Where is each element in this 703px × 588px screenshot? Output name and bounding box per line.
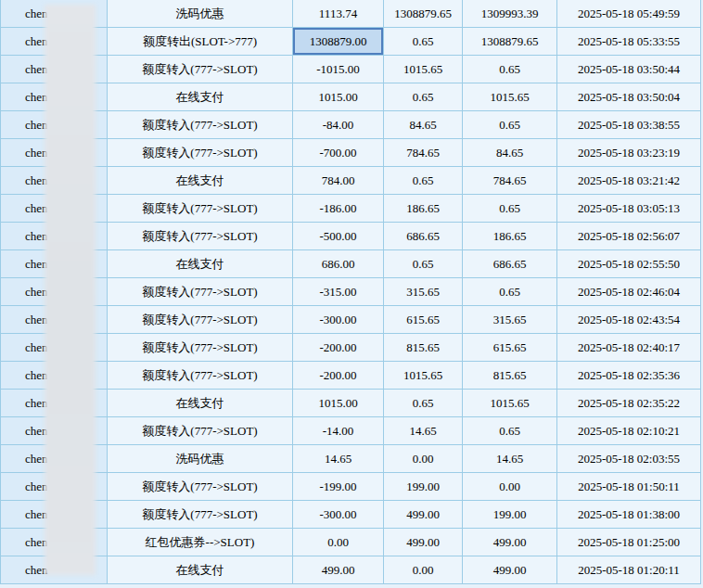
transaction-type-cell[interactable]: 红包优惠券-->SLOT)	[108, 529, 293, 556]
username-cell[interactable]: chen	[1, 0, 108, 28]
transaction-type-cell[interactable]: 额度转入(777->SLOT)	[108, 223, 293, 250]
username-cell[interactable]: chen	[1, 250, 108, 278]
balance-after-cell[interactable]: 1015.65	[463, 390, 557, 417]
balance-after-cell[interactable]: 14.65	[463, 445, 557, 473]
amount-cell[interactable]: 784.00	[293, 167, 384, 195]
balance-before-cell[interactable]: 14.65	[384, 417, 463, 445]
balance-before-cell[interactable]: 0.65	[384, 390, 463, 417]
timestamp-cell[interactable]: 2025-05-18 01:20:11	[557, 556, 701, 584]
balance-after-cell[interactable]: 0.65	[463, 56, 557, 83]
balance-before-cell[interactable]: 615.65	[384, 306, 463, 334]
username-cell[interactable]: chen	[1, 390, 108, 417]
username-cell[interactable]: chen	[1, 139, 108, 167]
transaction-type-cell[interactable]: 额度转入(777->SLOT)	[108, 139, 293, 167]
balance-before-cell[interactable]: 315.65	[384, 278, 463, 306]
amount-cell[interactable]: -300.00	[293, 501, 384, 529]
balance-before-cell[interactable]: 0.65	[384, 83, 463, 111]
username-cell[interactable]: chen	[1, 278, 108, 306]
balance-before-cell[interactable]: 0.65	[384, 250, 463, 278]
transaction-type-cell[interactable]: 在线支付	[108, 83, 293, 111]
balance-before-cell[interactable]: 1308879.65	[384, 0, 463, 28]
amount-cell[interactable]: -200.00	[293, 362, 384, 390]
balance-after-cell[interactable]: 1015.65	[463, 83, 557, 111]
transaction-type-cell[interactable]: 额度转入(777->SLOT)	[108, 501, 293, 529]
transaction-type-cell[interactable]: 额度转入(777->SLOT)	[108, 111, 293, 139]
balance-after-cell[interactable]: 1308879.65	[463, 28, 557, 56]
amount-cell[interactable]: -315.00	[293, 278, 384, 306]
timestamp-cell[interactable]: 2025-05-18 03:38:55	[557, 111, 701, 139]
balance-after-cell[interactable]: 0.65	[463, 278, 557, 306]
timestamp-cell[interactable]: 2025-05-18 03:23:19	[557, 139, 701, 167]
transaction-type-cell[interactable]: 额度转入(777->SLOT)	[108, 306, 293, 334]
username-cell[interactable]: chen	[1, 167, 108, 195]
balance-before-cell[interactable]: 499.00	[384, 529, 463, 556]
balance-after-cell[interactable]: 499.00	[463, 529, 557, 556]
amount-cell[interactable]: 14.65	[293, 445, 384, 473]
balance-before-cell[interactable]: 0.65	[384, 167, 463, 195]
amount-cell[interactable]: 1113.74	[293, 0, 384, 28]
balance-after-cell[interactable]: 686.65	[463, 250, 557, 278]
balance-after-cell[interactable]: 784.65	[463, 167, 557, 195]
username-cell[interactable]: chen	[1, 556, 108, 584]
timestamp-cell[interactable]: 2025-05-18 03:50:44	[557, 56, 701, 83]
transaction-type-cell[interactable]: 额度转入(777->SLOT)	[108, 362, 293, 390]
timestamp-cell[interactable]: 2025-05-18 03:21:42	[557, 167, 701, 195]
transaction-type-cell[interactable]: 额度转入(777->SLOT)	[108, 56, 293, 83]
balance-after-cell[interactable]: 615.65	[463, 334, 557, 362]
balance-before-cell[interactable]: 784.65	[384, 139, 463, 167]
balance-before-cell[interactable]: 686.65	[384, 223, 463, 250]
transaction-type-cell[interactable]: 额度转入(777->SLOT)	[108, 417, 293, 445]
balance-after-cell[interactable]: 0.00	[463, 473, 557, 501]
timestamp-cell[interactable]: 2025-05-18 02:03:55	[557, 445, 701, 473]
amount-cell[interactable]: 1308879.00	[293, 28, 384, 56]
username-cell[interactable]: chen	[1, 501, 108, 529]
username-cell[interactable]: chen	[1, 28, 108, 56]
timestamp-cell[interactable]: 2025-05-18 01:50:11	[557, 473, 701, 501]
timestamp-cell[interactable]: 2025-05-18 02:35:36	[557, 362, 701, 390]
balance-before-cell[interactable]: 84.65	[384, 111, 463, 139]
amount-cell[interactable]: -200.00	[293, 334, 384, 362]
timestamp-cell[interactable]: 2025-05-18 02:46:04	[557, 278, 701, 306]
timestamp-cell[interactable]: 2025-05-18 03:05:13	[557, 195, 701, 223]
amount-cell[interactable]: 1015.00	[293, 83, 384, 111]
balance-before-cell[interactable]: 0.65	[384, 28, 463, 56]
balance-before-cell[interactable]: 199.00	[384, 473, 463, 501]
transaction-type-cell[interactable]: 在线支付	[108, 167, 293, 195]
username-cell[interactable]: chen	[1, 306, 108, 334]
username-cell[interactable]: chen	[1, 473, 108, 501]
username-cell[interactable]: chen	[1, 56, 108, 83]
amount-cell[interactable]: 1015.00	[293, 390, 384, 417]
transaction-type-cell[interactable]: 额度转入(777->SLOT)	[108, 195, 293, 223]
username-cell[interactable]: chen	[1, 334, 108, 362]
balance-after-cell[interactable]: 1309993.39	[463, 0, 557, 28]
transaction-type-cell[interactable]: 额度转入(777->SLOT)	[108, 473, 293, 501]
transaction-type-cell[interactable]: 在线支付	[108, 556, 293, 584]
transaction-type-cell[interactable]: 在线支付	[108, 250, 293, 278]
balance-after-cell[interactable]: 186.65	[463, 223, 557, 250]
timestamp-cell[interactable]: 2025-05-18 02:55:50	[557, 250, 701, 278]
username-cell[interactable]: chen	[1, 417, 108, 445]
balance-after-cell[interactable]: 315.65	[463, 306, 557, 334]
balance-after-cell[interactable]: 0.65	[463, 417, 557, 445]
balance-after-cell[interactable]: 0.65	[463, 195, 557, 223]
balance-after-cell[interactable]: 0.65	[463, 111, 557, 139]
timestamp-cell[interactable]: 2025-05-18 03:50:04	[557, 83, 701, 111]
balance-before-cell[interactable]: 1015.65	[384, 362, 463, 390]
amount-cell[interactable]: 499.00	[293, 556, 384, 584]
timestamp-cell[interactable]: 2025-05-18 02:56:07	[557, 223, 701, 250]
username-cell[interactable]: chen	[1, 529, 108, 556]
username-cell[interactable]: chen	[1, 111, 108, 139]
transaction-type-cell[interactable]: 额度转入(777->SLOT)	[108, 278, 293, 306]
balance-before-cell[interactable]: 815.65	[384, 334, 463, 362]
username-cell[interactable]: chen	[1, 83, 108, 111]
timestamp-cell[interactable]: 2025-05-18 02:10:21	[557, 417, 701, 445]
timestamp-cell[interactable]: 2025-05-18 01:25:00	[557, 529, 701, 556]
amount-cell[interactable]: -14.00	[293, 417, 384, 445]
timestamp-cell[interactable]: 2025-05-18 02:40:17	[557, 334, 701, 362]
balance-before-cell[interactable]: 186.65	[384, 195, 463, 223]
amount-cell[interactable]: -1015.00	[293, 56, 384, 83]
balance-after-cell[interactable]: 84.65	[463, 139, 557, 167]
balance-before-cell[interactable]: 1015.65	[384, 56, 463, 83]
balance-after-cell[interactable]: 499.00	[463, 556, 557, 584]
balance-after-cell[interactable]: 199.00	[463, 501, 557, 529]
